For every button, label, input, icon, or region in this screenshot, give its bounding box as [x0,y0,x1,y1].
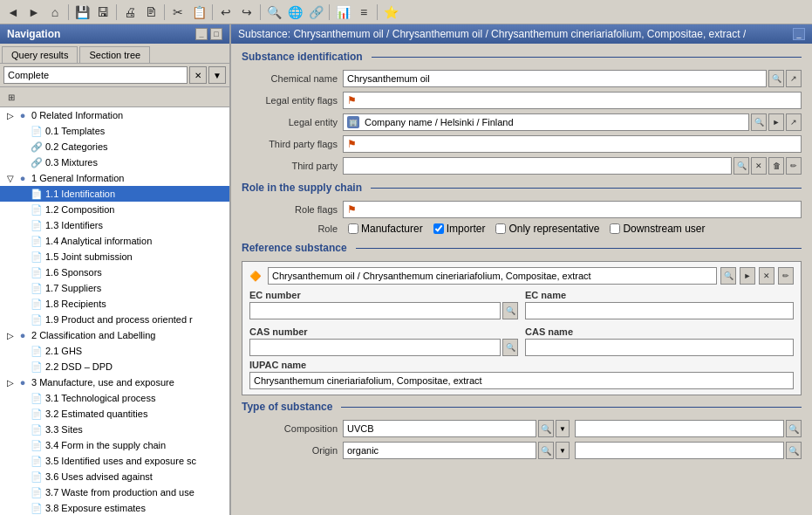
legal-entity-search-btn[interactable]: 🔍 [751,113,767,131]
legal-entity-extra-btn[interactable]: ↗ [786,113,802,131]
ec-name-input[interactable] [525,302,794,319]
web-btn[interactable]: 🌐 [285,3,304,22]
tree-item-composition[interactable]: 📄 1.2 Composition [0,202,229,217]
tree-item-categories[interactable]: 🔗 0.2 Categories [0,139,229,154]
third-party-clear-btn[interactable]: ✕ [751,157,767,175]
third-party-delete-btn[interactable]: 🗑 [768,157,784,175]
search-input[interactable] [3,66,188,84]
nav-maximize-btn[interactable]: □ [210,28,222,40]
tree-item-identification[interactable]: 📄 1.1 Identification [0,186,229,202]
star-btn[interactable]: ⭐ [381,3,400,22]
home-btn[interactable]: ⌂ [45,3,65,22]
chemical-name-search-btn[interactable]: 🔍 [768,70,784,87]
tree-item-general-info[interactable]: ▽ ● 1 General Information [0,170,229,186]
ref-search-btn[interactable]: 🔍 [720,267,736,285]
origin-arrow[interactable]: ▼ [556,442,570,459]
tree-item-sites[interactable]: 📄 3.3 Sites [0,422,229,437]
tree-item-estimated-qty[interactable]: 📄 3.2 Estimated quantities [0,406,229,422]
tree-item-product-process[interactable]: 📄 1.9 Product and process oriented r [0,312,229,327]
list-btn[interactable]: ≡ [354,3,373,22]
tree-item-uses-advised[interactable]: 📄 3.6 Uses advised against [0,469,229,484]
ec-number-input[interactable] [249,302,501,319]
composition-extra-search[interactable]: 🔍 [786,420,802,437]
tree-container[interactable]: ▷ ● 0 Related Information 📄 0.1 Template… [0,107,229,515]
nav-minimize-btn[interactable]: _ [195,28,208,40]
print2-btn[interactable]: 🖹 [141,3,160,22]
ref-clear-btn[interactable]: ✕ [759,267,774,285]
tab-section-tree[interactable]: Section tree [79,46,150,63]
tree-item-identified-uses[interactable]: 📄 3.5 Identified uses and exposure sc [0,453,229,469]
tree-item-identifiers[interactable]: 📄 1.3 Identifiers [0,217,229,233]
tree-item-waste[interactable]: 📄 3.7 Waste from production and use [0,484,229,500]
ref-nav-btn[interactable]: ► [740,267,755,285]
doc-icon12: 📄 [30,360,44,374]
save-btn[interactable]: 💾 [72,3,92,22]
tree-item-exposure[interactable]: 📄 3.8 Exposure estimates [0,500,229,515]
tree-item-analytical[interactable]: 📄 1.4 Analytical information [0,233,229,249]
tree-item-dsd[interactable]: 📄 2.2 DSD – DPD [0,359,229,374]
sep6 [329,4,330,20]
tree-label: 1.3 Identifiers [45,220,103,230]
third-party-search-btn[interactable]: 🔍 [734,157,749,175]
origin-extra-input[interactable] [575,442,784,459]
composition-search-icon[interactable]: 🔍 [538,420,554,437]
origin-search-icon[interactable]: 🔍 [538,442,554,459]
forward-btn[interactable]: ► [24,3,44,22]
tree-item-recipients[interactable]: 📄 1.8 Recipients [0,296,229,312]
composition-input[interactable] [343,420,536,437]
redo-btn[interactable]: ↪ [237,3,256,22]
origin-extra-search[interactable]: 🔍 [786,442,802,459]
importer-checkbox[interactable] [433,223,444,234]
cas-number-input[interactable] [249,339,501,356]
sep2 [116,4,117,20]
tree-item-manufacture[interactable]: ▷ ● 3 Manufacture, use and exposure [0,374,229,390]
downstream-checkbox[interactable] [610,223,620,234]
cut-btn[interactable]: ✂ [168,3,188,22]
tree-item-sponsors[interactable]: 📄 1.6 Sponsors [0,264,229,280]
iupac-input[interactable] [249,372,794,389]
reference-substance-box: 🔶 🔍 ► ✕ ✏ EC number 🔍 [242,261,802,395]
search-dropdown-btn[interactable]: ▼ [208,66,226,84]
ec-number-search-btn[interactable]: 🔍 [502,302,518,319]
search-clear-btn[interactable]: ✕ [189,66,207,84]
third-party-input[interactable] [343,157,732,175]
legal-entity-nav-btn[interactable]: ► [768,113,784,131]
print-btn[interactable]: 🖨 [120,3,140,22]
chemical-name-extra-btn[interactable]: ↗ [786,70,802,87]
composition-extra-input[interactable] [575,420,784,437]
tree-label: 2.1 GHS [45,346,82,356]
cas-name-input[interactable] [525,339,794,356]
tree-item-form-supply[interactable]: 📄 3.4 Form in the supply chain [0,437,229,453]
tree-label: 3.2 Estimated quantities [45,409,147,419]
third-party-edit-btn[interactable]: ✏ [786,157,802,175]
back-btn[interactable]: ◄ [3,3,23,22]
manufacturer-checkbox[interactable] [348,223,358,234]
tree-item-related-info[interactable]: ▷ ● 0 Related Information [0,107,229,123]
chart-btn[interactable]: 📊 [333,3,352,22]
copy-btn[interactable]: 📋 [189,3,208,22]
tree-item-joint[interactable]: 📄 1.5 Joint submission [0,249,229,264]
chemical-name-input[interactable] [343,70,767,87]
tree-item-mixtures[interactable]: 🔗 0.3 Mixtures [0,154,229,170]
only-rep-checkbox[interactable] [495,223,506,234]
composition-arrow[interactable]: ▼ [556,420,570,437]
tree-item-classification[interactable]: ▷ ● 2 Classification and Labelling [0,327,229,343]
search-btn[interactable]: 🔍 [264,3,283,22]
save2-btn[interactable]: 🖫 [93,3,113,22]
tree-item-tech-process[interactable]: 📄 3.1 Technological process [0,390,229,406]
cas-number-search-btn[interactable]: 🔍 [502,339,518,356]
right-minimize-btn[interactable]: _ [793,28,805,40]
tree-item-ghs[interactable]: 📄 2.1 GHS [0,343,229,359]
ref-substance-input[interactable] [268,267,717,285]
undo-btn[interactable]: ↩ [216,3,235,22]
ref-edit-btn[interactable]: ✏ [778,267,794,285]
tree-item-templates[interactable]: 📄 0.1 Templates [0,123,229,139]
chemical-name-field: 🔍 ↗ [343,70,802,87]
tree-item-suppliers[interactable]: 📄 1.7 Suppliers [0,280,229,296]
toolbar: ◄ ► ⌂ 💾 🖫 🖨 🖹 ✂ 📋 ↩ ↪ 🔍 🌐 🔗 📊 ≡ ⭐ [0,0,812,24]
tree-label: 3.6 Uses advised against [45,471,153,482]
tab-query-results[interactable]: Query results [2,46,78,63]
link-btn[interactable]: 🔗 [306,3,325,22]
expand-all-btn[interactable]: ⊞ [3,89,19,105]
origin-input[interactable] [343,442,536,459]
